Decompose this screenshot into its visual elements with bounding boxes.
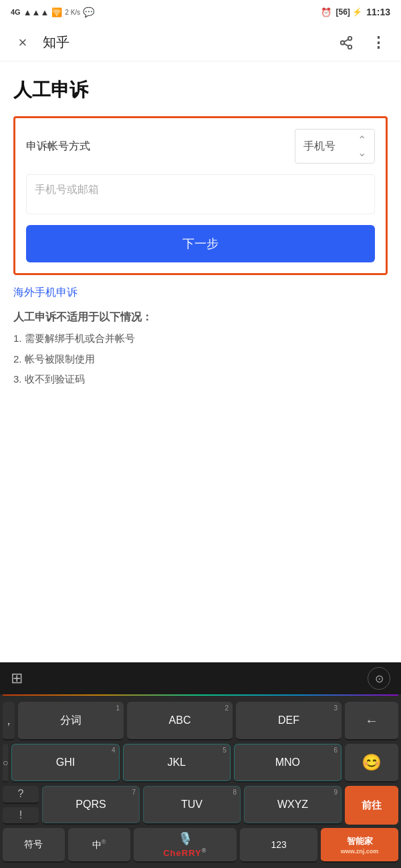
signal-bars: ▲▲▲ [23,7,49,17]
key-ABC[interactable]: 2 ABC [127,702,233,740]
phone-input-placeholder: 手机号或邮箱 [35,184,99,195]
wifi-icon: 🛜 [51,7,62,17]
keyboard-row-2: ○ 4 GHI 5 JKL 6 MNO 😊 [3,744,398,783]
keyboard-row-1: ， 1 分词 2 ABC 3 DEF ← [3,702,398,740]
main-content: 人工申诉 申诉帐号方式 手机号 ⌃⌄ 手机号或邮箱 下一步 海外手机申诉 人工申… [0,61,401,403]
neon-line [3,694,398,696]
keyboard-toolbar: ⊞ ⊙ [0,662,401,694]
time-display: 11:13 [366,7,390,17]
info-title: 人工申诉不适用于以下情况： [13,310,388,324]
key-emoji[interactable]: 😊 [345,744,398,783]
keyboard-hide-button[interactable]: ⊙ [368,667,390,690]
key-cherry[interactable]: 🎙️ CheRRY® [134,828,237,863]
key-numbers[interactable]: 123 [240,828,317,863]
status-bar: 4G ▲▲▲ 🛜 2 K/s 💬 ⏰ [56] ⚡ 11:13 [0,0,401,24]
svg-line-4 [344,39,348,41]
key-fenCI[interactable]: 1 分词 [18,702,124,740]
signal-label: 4G [11,8,21,16]
share-button[interactable] [334,31,358,55]
key-TUV[interactable]: 8 TUV [143,786,241,825]
form-card: 申诉帐号方式 手机号 ⌃⌄ 手机号或邮箱 下一步 [13,116,388,275]
app-title: 知乎 [43,33,326,51]
key-GHI[interactable]: 4 GHI [11,744,119,783]
key-JKL[interactable]: 5 JKL [123,744,231,783]
keyboard-bottom-row: 符号 中® 🎙️ CheRRY® 123 智能家 www.znj.com [3,828,398,865]
menu-button[interactable]: ⋮ [366,31,390,55]
chevron-icon: ⌃⌄ [358,134,366,159]
keyboard: ⊞ ⊙ ， 1 分词 2 ABC 3 DEF ← [0,662,401,868]
message-icon: 💬 [83,7,94,17]
key-chinese[interactable]: 中® [68,828,130,863]
svg-line-3 [344,43,348,46]
key-WXYZ[interactable]: 9 WXYZ [244,786,342,825]
info-item-1: 1. 需要解绑手机或合并帐号 [13,331,388,347]
keyboard-rows: ， 1 分词 2 ABC 3 DEF ← ○ 4 [0,698,401,868]
overseas-link[interactable]: 海外手机申诉 [13,286,388,300]
form-row-method: 申诉帐号方式 手机号 ⌃⌄ [26,129,375,164]
key-MNO[interactable]: 6 MNO [234,744,342,783]
cherry-brand-label: CheRRY® [163,847,207,858]
account-type-select[interactable]: 手机号 ⌃⌄ [295,129,375,164]
status-left: 4G ▲▲▲ 🛜 2 K/s 💬 [11,7,94,17]
phone-input-area[interactable]: 手机号或邮箱 [26,174,375,214]
key-circle[interactable]: ○ [3,744,8,783]
data-speed: 2 K/s [65,9,80,16]
battery-display: [56] ⚡ [336,7,362,17]
close-button[interactable]: × [11,31,35,55]
page-title: 人工申诉 [13,77,388,103]
toolbar-left: ⊞ [11,670,23,687]
key-PQRS[interactable]: 7 PQRS [42,786,140,825]
key-DEF[interactable]: 3 DEF [236,702,342,740]
key-question[interactable]: ? [3,786,39,804]
form-method-label: 申诉帐号方式 [26,140,90,154]
key-comma[interactable]: ， [3,702,15,740]
keyboard-row-3: ? ! 7 PQRS 8 TUV 9 WXYZ 前往 [3,786,398,825]
app-bar: × 知乎 ⋮ [0,24,401,61]
key-forward[interactable]: 前往 [345,786,398,825]
info-item-3: 3. 收不到验证码 [13,372,388,387]
key-symbol[interactable]: 符号 [3,828,65,863]
next-button[interactable]: 下一步 [26,225,375,262]
key-smart-home[interactable]: 智能家 www.znj.com [321,828,398,863]
keyboard-grid-icon[interactable]: ⊞ [11,670,23,687]
key-exclaim[interactable]: ! [3,807,39,825]
info-item-2: 2. 帐号被限制使用 [13,352,388,367]
alarm-icon: ⏰ [321,7,331,17]
status-right: ⏰ [56] ⚡ 11:13 [321,7,390,17]
key-backspace[interactable]: ← [345,702,398,740]
mic-icon: 🎙️ [178,831,192,846]
select-value: 手机号 [303,140,336,154]
